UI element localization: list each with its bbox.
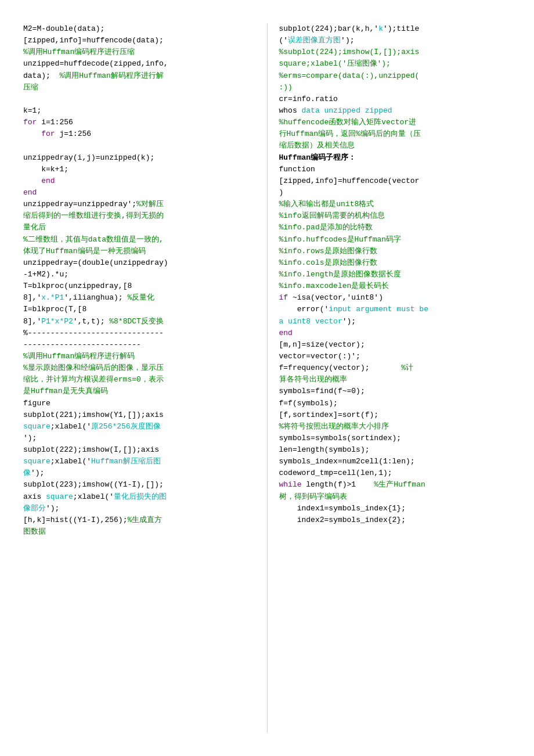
right-column: subplot(224);bar(k,h,'k');title ('误差图像直方… xyxy=(268,23,517,733)
left-column: M2=M-double(data); [zipped,info]=huffenc… xyxy=(17,23,268,733)
right-code: subplot(224);bar(k,h,'k');title ('误差图像直方… xyxy=(279,23,511,526)
main-page: M2=M-double(data); [zipped,info]=huffenc… xyxy=(0,0,534,756)
left-code: M2=M-double(data); [zipped,info]=huffenc… xyxy=(23,23,255,538)
